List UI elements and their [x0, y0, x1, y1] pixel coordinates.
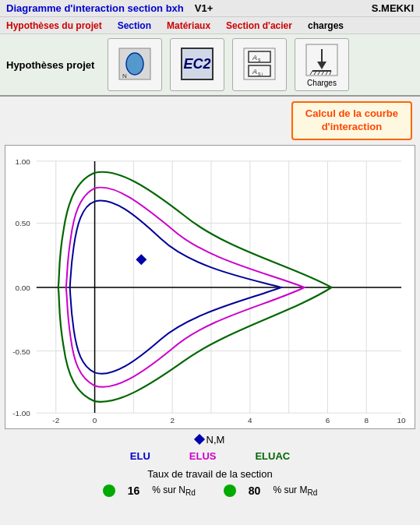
acier-button[interactable]: A s A s i	[232, 38, 287, 91]
svg-text:4: 4	[248, 416, 252, 425]
nav-materiaux[interactable]: Matériaux	[167, 20, 210, 31]
charges-btn-label: Charges	[307, 79, 337, 87]
svg-text:1.00: 1.00	[16, 157, 31, 166]
toolbar: Hypothèses projet N EC2 A s A	[0, 34, 420, 97]
charges-button[interactable]: Charges	[295, 38, 349, 91]
nrd-label: % sur NRd	[152, 484, 195, 497]
svg-text:-1.00: -1.00	[12, 409, 30, 418]
nav-section[interactable]: Section	[118, 20, 151, 31]
nm-legend: N,M	[196, 434, 225, 446]
nav-hypotheses[interactable]: Hypothèses du projet	[6, 20, 102, 31]
header: Diagramme d'interaction section bxh V1+ …	[0, 0, 420, 17]
svg-text:0.50: 0.50	[16, 219, 31, 227]
svg-text:A: A	[252, 54, 257, 62]
charges-icon	[305, 43, 339, 77]
svg-text:2: 2	[170, 416, 175, 425]
taux-section: Taux de travail de la section 16 % sur N…	[0, 465, 420, 500]
svg-text:8: 8	[364, 416, 369, 425]
nav-section-acier[interactable]: Section d'acier	[226, 20, 292, 31]
curve-labels: ELU ELUS ELUAC	[0, 447, 420, 465]
taux-title: Taux de travail de la section	[0, 468, 420, 480]
taux-row: 16 % sur NRd 80 % sur MRd	[0, 483, 420, 499]
header-version: V1+	[195, 2, 214, 14]
materiaux-icon: EC2	[180, 47, 214, 81]
svg-text:-2: -2	[52, 416, 59, 425]
calc-button[interactable]: Calcul de la courbe d'interaction	[291, 101, 412, 140]
section-button[interactable]: N	[108, 38, 162, 91]
nav-bar: Hypothèses du projet Section Matériaux S…	[0, 17, 420, 34]
nrd-value: 16	[128, 484, 140, 497]
mrd-status-icon	[224, 484, 236, 497]
svg-text:A: A	[252, 68, 257, 76]
header-author: S.MEKKI	[372, 2, 414, 14]
svg-text:0.00: 0.00	[16, 284, 31, 292]
svg-text:N: N	[122, 72, 127, 79]
mrd-value: 80	[249, 484, 261, 497]
svg-text:s: s	[258, 71, 261, 76]
elus-label: ELUS	[189, 450, 217, 462]
nm-diamond-icon	[194, 434, 205, 445]
header-title: Diagramme d'interaction section bxh	[6, 2, 184, 14]
legend-area: N,M	[0, 429, 420, 447]
elu-label: ELU	[130, 450, 150, 462]
svg-text:10: 10	[397, 416, 407, 425]
toolbar-label: Hypothèses projet	[6, 59, 100, 71]
svg-text:s: s	[258, 57, 261, 62]
chart-area: 1.00 0.50 0.00 -0.50 -1.00 -2 0 2 4 6 8 …	[5, 145, 415, 429]
materiaux-button[interactable]: EC2	[170, 38, 224, 91]
mrd-label: % sur MRd	[273, 484, 317, 497]
nrd-status-icon	[103, 484, 115, 497]
nav-charges[interactable]: charges	[308, 20, 344, 31]
svg-text:i: i	[262, 72, 263, 76]
chart-svg: 1.00 0.50 0.00 -0.50 -1.00 -2 0 2 4 6 8 …	[5, 146, 415, 428]
acier-icon: A s A s i	[242, 47, 277, 81]
svg-text:0: 0	[93, 416, 97, 425]
action-bar: Calcul de la courbe d'interaction	[0, 97, 420, 145]
svg-point-1	[126, 53, 143, 75]
svg-text:6: 6	[326, 416, 330, 425]
eluac-label: ELUAC	[255, 450, 290, 462]
svg-text:-0.50: -0.50	[12, 347, 30, 355]
section-icon: N	[118, 47, 152, 81]
